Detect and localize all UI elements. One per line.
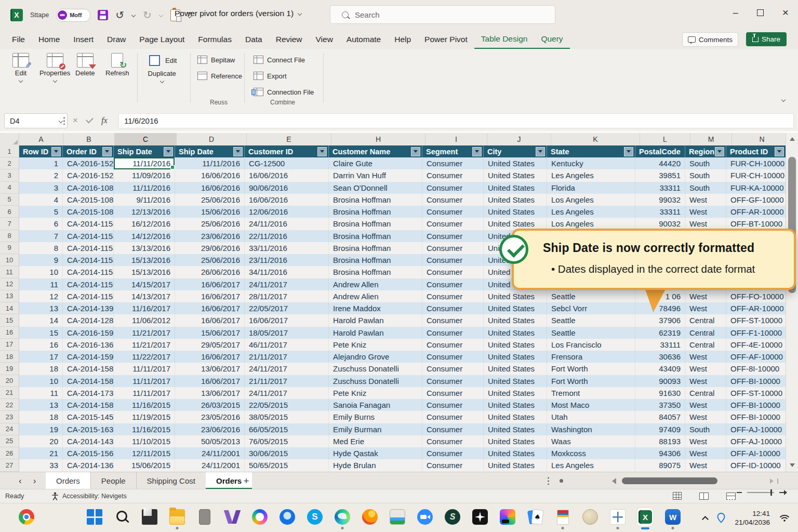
- cell-E19[interactable]: 24/11/2017: [245, 363, 329, 375]
- cell-C4[interactable]: 11/11/2016: [114, 182, 175, 194]
- title-dropdown-icon[interactable]: [298, 11, 302, 16]
- new-sheet-button[interactable]: +: [240, 475, 252, 487]
- zoom-in-icon[interactable]: [779, 492, 787, 493]
- cell-L19[interactable]: 43409: [635, 363, 685, 375]
- filter-dropdown-icon[interactable]: [536, 147, 545, 156]
- column-letter-K[interactable]: K: [551, 133, 640, 146]
- cell-M27[interactable]: West: [685, 459, 726, 471]
- cell-H26[interactable]: Hyde Qastak: [329, 447, 422, 459]
- cell-L22[interactable]: 37350: [635, 399, 685, 411]
- cell-E24[interactable]: 66/05/2015: [245, 423, 329, 435]
- visual-studio-icon[interactable]: [224, 508, 241, 526]
- row-number-2[interactable]: 2: [0, 157, 19, 169]
- cell-H18[interactable]: Alejandro Grove: [329, 351, 422, 363]
- cell-B5[interactable]: CA-2015-108956: [63, 194, 114, 206]
- cell-M5[interactable]: West: [685, 194, 726, 206]
- cell-A27[interactable]: 33: [19, 459, 63, 471]
- cell-N26[interactable]: OFF-AI-10000: [726, 447, 786, 459]
- cell-N2[interactable]: FUR-CH-10000: [726, 157, 786, 169]
- cell-H22[interactable]: Sanoia Fanagan: [329, 399, 422, 411]
- row-number-3[interactable]: 3: [0, 169, 19, 181]
- cell-J24[interactable]: United States: [484, 423, 547, 435]
- collapse-ribbon-icon[interactable]: [781, 98, 786, 102]
- cell-A26[interactable]: 21: [19, 447, 63, 459]
- cell-M20[interactable]: West: [685, 375, 726, 387]
- cell-C9[interactable]: 13/13/2016: [114, 242, 175, 254]
- cell-J6[interactable]: United States: [484, 206, 547, 218]
- cell-A16[interactable]: 15: [19, 327, 63, 339]
- row-number-23[interactable]: 23: [0, 411, 19, 423]
- row-number-1[interactable]: 1: [0, 145, 19, 157]
- start-icon[interactable]: [86, 508, 103, 526]
- cell-M6[interactable]: West: [685, 206, 726, 218]
- comments-button[interactable]: Comments: [682, 32, 738, 47]
- connection-file-button[interactable]: Connection File: [254, 88, 314, 96]
- cell-B4[interactable]: CA-2016-108956: [63, 182, 114, 194]
- duplicate-button[interactable]: Edit Duplicate: [147, 53, 177, 83]
- header-customer-id-E[interactable]: Customer ID: [245, 145, 329, 157]
- menu-tab-home[interactable]: Home: [32, 31, 66, 48]
- header-state-K[interactable]: State: [547, 145, 635, 157]
- cell-K26[interactable]: Moxkcoss: [547, 447, 635, 459]
- filter-dropdown-icon[interactable]: [472, 147, 482, 156]
- cell-L21[interactable]: 91630: [635, 387, 685, 399]
- next-sheet-icon[interactable]: ›: [33, 476, 36, 486]
- cell-B12[interactable]: CA-2014-115916: [63, 278, 114, 290]
- cell-I17[interactable]: Consumer: [422, 339, 484, 351]
- column-letter-N[interactable]: N: [732, 133, 792, 146]
- row-number-12[interactable]: 12: [0, 278, 19, 290]
- cell-D6[interactable]: 15/06/2016: [175, 206, 245, 218]
- cell-B6[interactable]: CA-2015-108996: [63, 206, 114, 218]
- copilot-icon[interactable]: [251, 508, 268, 526]
- cell-A21[interactable]: 11: [19, 387, 63, 399]
- cell-C18[interactable]: 11/22/2017: [114, 351, 175, 363]
- cell-K6[interactable]: Les Angeles: [547, 206, 635, 218]
- autosave-toggle[interactable]: Moff: [56, 9, 90, 22]
- zoom-out-icon[interactable]: [737, 492, 742, 493]
- cancel-icon[interactable]: ×: [73, 115, 78, 126]
- menu-tab-help[interactable]: Help: [388, 31, 418, 48]
- scroll-down-icon[interactable]: [790, 463, 795, 467]
- document-title[interactable]: Power pivot for orders (version 1): [175, 9, 302, 18]
- header-product-id-N[interactable]: Product ID: [726, 145, 786, 157]
- cell-L18[interactable]: 30636: [635, 351, 685, 363]
- header-order-id-B[interactable]: Order ID: [63, 145, 114, 157]
- cell-C14[interactable]: 11/16/2017: [114, 302, 175, 314]
- menu-tab-view[interactable]: View: [309, 31, 340, 48]
- row-number-4[interactable]: 4: [0, 182, 19, 194]
- cell-D27[interactable]: 24/11/2001: [175, 459, 245, 471]
- cell-D17[interactable]: 29/05/2017: [175, 339, 245, 351]
- cell-M7[interactable]: West: [685, 218, 726, 230]
- row-number-26[interactable]: 26: [0, 447, 19, 459]
- cell-M25[interactable]: West: [685, 435, 726, 447]
- cell-K16[interactable]: Seattle: [547, 327, 635, 339]
- cell-H9[interactable]: Brosina Hoffman: [329, 242, 422, 254]
- search-icon[interactable]: [114, 508, 130, 526]
- cell-N6[interactable]: OFF-AR-10000: [726, 206, 786, 218]
- cell-C16[interactable]: 11/21/2017: [114, 327, 175, 339]
- wifi-icon[interactable]: [779, 514, 790, 522]
- cell-I26[interactable]: Consumer: [422, 447, 484, 459]
- cell-E22[interactable]: 22/05/2015: [245, 399, 329, 411]
- cell-B20[interactable]: CA-2014-158899: [63, 375, 114, 387]
- cell-E18[interactable]: 21/11/2017: [245, 351, 329, 363]
- cell-I16[interactable]: Consumer: [422, 327, 484, 339]
- cell-K2[interactable]: Kentucky: [547, 157, 635, 169]
- cell-L15[interactable]: 37906: [635, 314, 685, 326]
- cell-M15[interactable]: Central: [685, 314, 726, 326]
- close-button[interactable]: ×: [782, 6, 789, 19]
- cell-E11[interactable]: 34/11/2016: [245, 266, 329, 278]
- header-postalcode-L[interactable]: PostalCode: [635, 145, 685, 157]
- cell-I3[interactable]: Consumer: [422, 169, 484, 181]
- cell-I21[interactable]: Consumer: [422, 387, 484, 399]
- cell-J18[interactable]: United States: [484, 351, 547, 363]
- cell-D7[interactable]: 25/06/2016: [175, 218, 245, 230]
- cell-N14[interactable]: OFF-AR-10000: [726, 302, 786, 314]
- cell-D2[interactable]: 11/11/2016: [175, 157, 245, 169]
- tablet-icon[interactable]: [141, 508, 158, 526]
- firefox-icon[interactable]: [362, 508, 378, 526]
- cell-N5[interactable]: OFF-GF-10000: [726, 194, 786, 206]
- file-explorer-icon[interactable]: [169, 508, 185, 526]
- cell-B2[interactable]: CA-2016-152156: [63, 157, 114, 169]
- cell-C22[interactable]: 11/16/2015: [114, 399, 175, 411]
